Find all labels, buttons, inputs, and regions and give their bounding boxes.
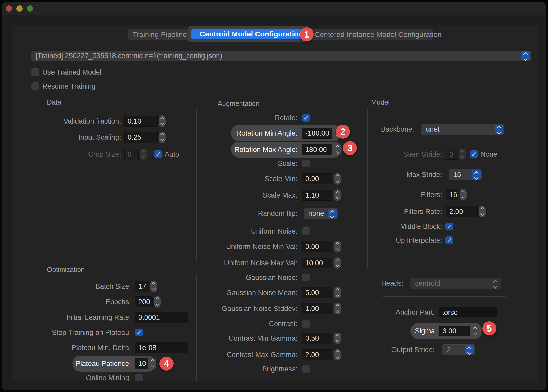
plateau-patience-stepper[interactable] <box>149 358 156 369</box>
checkmark-icon: ✓ <box>154 150 162 158</box>
contrast-max-gamma-input[interactable]: 2.00 <box>302 349 332 360</box>
brightness-checkbox[interactable]: ✓ <box>302 365 310 373</box>
gaussian-noise-mean-stepper[interactable] <box>334 287 341 298</box>
backbone-select[interactable]: unet <box>421 124 504 135</box>
scale-checkbox[interactable]: ✓ <box>302 160 310 167</box>
plateau-patience-label: Plateau Patience: <box>75 359 131 368</box>
sigma-input[interactable]: 3.00 <box>439 326 470 336</box>
uniform-noise-checkbox[interactable]: ✓ <box>302 227 310 235</box>
checkmark-icon: ✓ <box>302 114 310 122</box>
scale-max-stepper[interactable] <box>334 189 341 201</box>
uniform-noise-label: Uniform Noise: <box>218 227 297 236</box>
batch-size-stepper[interactable] <box>150 281 157 292</box>
tab-centered-instance-model-configuration[interactable]: Centered Instance Model Configuration <box>311 29 445 40</box>
trained-model-select-value: [Trained] 250227_035518.centroid.n=1(tra… <box>35 51 519 61</box>
contrast-max-gamma-stepper[interactable] <box>334 349 341 360</box>
gaussian-noise-mean-input[interactable]: 5.00 <box>302 287 332 298</box>
input-scaling-label: Input Scaling: <box>44 133 121 142</box>
tab-training-pipeline[interactable]: Training Pipeline <box>128 29 191 40</box>
epochs-input[interactable]: 200 <box>135 296 153 307</box>
crop-size-auto-checkbox[interactable]: ✓ <box>154 150 162 158</box>
dropdown-chevrons-icon <box>465 345 474 354</box>
gaussian-noise-mean-label: Gaussian Noise Mean: <box>218 288 297 297</box>
middle-block-checkbox[interactable]: ✓ <box>445 223 453 230</box>
up-interpolate-checkbox[interactable]: ✓ <box>445 236 453 244</box>
rotation-min-angle-input[interactable]: -180.00 <box>302 128 332 139</box>
rotate-checkbox[interactable]: ✓ <box>302 114 310 122</box>
plateau-min-delta-input[interactable]: 1e-08 <box>135 342 188 353</box>
use-trained-model-label: Use Trained Model <box>42 68 147 77</box>
middle-block-label: Middle Block: <box>385 222 442 231</box>
epochs-stepper[interactable] <box>154 296 161 308</box>
max-stride-select[interactable]: 16 <box>449 169 482 180</box>
uniform-noise-max-val-label: Uniform Noise Max Val: <box>218 259 297 267</box>
filters-input[interactable]: 16 <box>446 189 458 200</box>
data-section-title: Data <box>47 99 61 106</box>
close-window-button[interactable] <box>6 5 12 12</box>
annotation-badge-5: 5 <box>482 321 496 335</box>
scale-label: Scale: <box>218 159 297 168</box>
sigma-stepper[interactable] <box>472 325 479 337</box>
validation-fraction-stepper[interactable] <box>159 115 166 127</box>
stem-stride-stepper <box>459 149 466 160</box>
contrast-checkbox[interactable]: ✓ <box>302 320 310 328</box>
contrast-min-gamma-stepper[interactable] <box>334 333 341 344</box>
uniform-noise-max-val-stepper[interactable] <box>334 257 341 269</box>
up-interpolate-label: Up Interpolate: <box>385 236 442 245</box>
uniform-noise-min-val-label: Uniform Noise Min Val: <box>218 242 297 251</box>
rotation-max-angle-input[interactable]: 180.00 <box>302 144 332 155</box>
stop-training-on-plateau-checkbox[interactable]: ✓ <box>135 329 143 336</box>
contrast-max-gamma-label: Contrast Max Gamma: <box>218 350 297 359</box>
gaussian-noise-stddev-stepper[interactable] <box>334 303 341 314</box>
batch-size-label: Batch Size: <box>44 282 131 291</box>
data-group-box <box>43 107 197 262</box>
resume-training-checkbox[interactable]: ✓ <box>31 82 39 90</box>
stem-stride-none-checkbox[interactable]: ✓ <box>470 150 478 158</box>
dropdown-chevrons-icon <box>472 170 481 179</box>
random-flip-select[interactable]: none <box>304 208 338 219</box>
crop-size-label: Crop Size: <box>44 150 121 159</box>
epochs-label: Epochs: <box>44 297 131 306</box>
batch-size-input[interactable]: 17 <box>135 281 149 292</box>
online-mining-checkbox[interactable]: ✓ <box>135 374 143 381</box>
trained-model-select[interactable]: [Trained] 250227_035518.centroid.n=1(tra… <box>31 51 531 61</box>
input-scaling-input[interactable]: 0.25 <box>124 132 158 143</box>
stem-stride-label: Stem Stride: <box>385 150 442 159</box>
use-trained-model-checkbox[interactable]: ✓ <box>31 68 39 76</box>
output-stride-select[interactable]: 2 <box>442 344 475 355</box>
annotation-badge-4: 4 <box>159 357 174 371</box>
filters-rate-input[interactable]: 2.00 <box>446 206 478 217</box>
dropdown-chevrons-icon <box>521 51 530 60</box>
scale-max-input[interactable]: 1.10 <box>302 190 332 201</box>
scale-min-input[interactable]: 0.90 <box>302 173 332 184</box>
input-scaling-stepper[interactable] <box>159 132 166 143</box>
uniform-noise-max-val-input[interactable]: 10.00 <box>302 258 332 268</box>
minimize-window-button[interactable] <box>16 5 23 12</box>
initial-learning-rate-input[interactable]: 0.0001 <box>135 312 188 323</box>
filters-rate-stepper[interactable] <box>479 206 486 217</box>
filters-stepper[interactable] <box>460 189 467 200</box>
uniform-noise-min-val-input[interactable]: 0.00 <box>302 241 332 252</box>
gaussian-noise-checkbox[interactable]: ✓ <box>302 274 310 281</box>
heads-value: centroid <box>415 278 440 289</box>
rotation-max-angle-stepper[interactable] <box>334 144 341 155</box>
zoom-window-button[interactable] <box>27 5 33 12</box>
anchor-part-input[interactable]: torso <box>439 307 497 317</box>
annotation-badge-2: 2 <box>336 125 350 139</box>
contrast-min-gamma-input[interactable]: 0.50 <box>302 333 332 344</box>
dropdown-chevrons-icon <box>495 125 503 134</box>
plateau-patience-input[interactable]: 10 <box>135 358 148 369</box>
max-stride-value: 16 <box>453 169 461 180</box>
backbone-value: unet <box>426 124 440 135</box>
gaussian-noise-stddev-input[interactable]: 1.00 <box>302 303 332 314</box>
scale-min-label: Scale Min: <box>218 174 297 183</box>
contrast-min-gamma-label: Contrast Min Gamma: <box>218 334 297 343</box>
checkmark-icon: ✓ <box>135 329 143 336</box>
validation-fraction-input[interactable]: 0.10 <box>124 116 158 127</box>
scale-max-label: Scale Max: <box>218 191 297 200</box>
crop-size-auto-label: Auto <box>165 150 191 159</box>
scale-min-stepper[interactable] <box>334 173 341 185</box>
crop-size-input: 0 <box>124 149 139 160</box>
uniform-noise-min-val-stepper[interactable] <box>334 241 341 252</box>
tab-centroid-model-configuration[interactable]: Centroid Model Configuration <box>191 29 311 39</box>
